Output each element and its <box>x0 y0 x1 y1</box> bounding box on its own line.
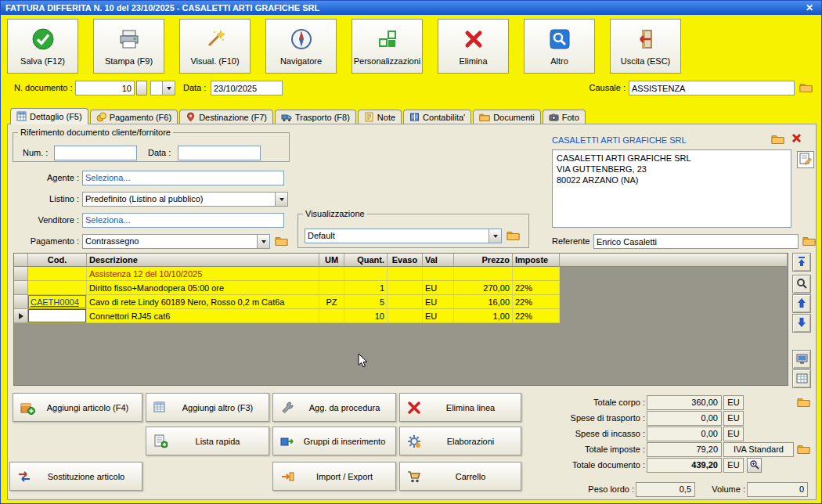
data-input[interactable] <box>211 81 283 95</box>
elaborazioni-button[interactable]: Elaborazioni <box>399 427 521 455</box>
cell-imposte[interactable]: 22% <box>513 309 560 323</box>
chevron-down-icon[interactable] <box>275 193 287 206</box>
row-selector[interactable] <box>14 267 28 281</box>
table-row[interactable]: CAETH0004 Cavo di rete Lindy 60189 Nero,… <box>14 295 788 309</box>
uscita-button[interactable]: Uscita (ESC) <box>610 19 681 74</box>
corpo-folder-icon[interactable] <box>797 397 810 407</box>
customer-name-link[interactable]: CASALETTI ARTI GRAFICHE SRL <box>552 135 687 145</box>
document-type-combo[interactable] <box>150 81 175 95</box>
cell-prezzo[interactable]: 1,00 <box>454 309 513 323</box>
tab-trasporto[interactable]: Trasporto (F8) <box>275 110 356 124</box>
stampa-button[interactable]: Stampa (F9) <box>93 19 164 74</box>
n-documento-ellipsis-button[interactable] <box>136 81 147 95</box>
cell-quant[interactable]: 5 <box>344 295 388 309</box>
salva-button[interactable]: Salva (F12) <box>7 19 78 74</box>
referente-input[interactable] <box>593 234 799 249</box>
search-line-button[interactable] <box>792 275 811 293</box>
customer-remove-icon[interactable] <box>791 132 802 144</box>
row-selector[interactable] <box>14 281 28 295</box>
cell-prezzo[interactable]: 16,00 <box>454 295 513 309</box>
row-selector-active[interactable] <box>14 309 28 323</box>
cell-val[interactable]: EU <box>423 281 454 295</box>
cell-val[interactable] <box>423 267 454 281</box>
tab-contabilita[interactable]: Contabilita' <box>403 110 471 124</box>
cell-um[interactable] <box>319 309 344 323</box>
cell-prezzo[interactable]: 270,00 <box>454 281 513 295</box>
cell-quant[interactable] <box>344 267 388 281</box>
scroll-top-button[interactable] <box>792 253 811 272</box>
cell-evaso[interactable] <box>388 281 423 295</box>
totale-imposte-value[interactable]: 79,20 <box>647 442 722 457</box>
venditore-field[interactable]: Seleziona... <box>82 213 284 228</box>
totale-corpo-value[interactable]: 360,00 <box>647 395 722 410</box>
cell-evaso[interactable] <box>388 267 423 281</box>
rif-data-input[interactable] <box>178 146 261 160</box>
grid-view-button[interactable] <box>792 350 811 369</box>
iva-type-box[interactable]: IVA Standard <box>723 442 794 457</box>
cell-evaso[interactable] <box>388 295 423 309</box>
causale-folder-icon[interactable] <box>799 82 813 92</box>
cell-imposte[interactable]: 22% <box>513 281 560 295</box>
grid-settings-button[interactable] <box>792 369 811 388</box>
cell-descrizione[interactable]: Cavo di rete Lindy 60189 Nero, Rosso 0,2… <box>87 295 319 309</box>
tab-documenti[interactable]: Documenti <box>473 110 541 124</box>
causale-input[interactable] <box>629 81 795 95</box>
personalizzazioni-button[interactable]: Personalizzazioni <box>352 19 423 74</box>
spese-trasporto-value[interactable]: 0,00 <box>647 411 722 426</box>
cell-descrizione[interactable]: Connettori RJ45 cat6 <box>87 309 319 323</box>
cell-quant[interactable]: 10 <box>344 309 388 323</box>
agg-da-procedura-button[interactable]: Agg. da procedura <box>272 393 396 422</box>
gruppi-di-inserimento-button[interactable]: Gruppi di inserimento <box>272 427 396 455</box>
tab-note[interactable]: Note <box>358 110 402 124</box>
cell-um[interactable]: PZ <box>319 295 344 309</box>
tab-destinazione[interactable]: Destinazione (F7) <box>179 110 273 124</box>
tab-dettaglio[interactable]: Dettaglio (F5) <box>10 108 88 124</box>
listino-combo[interactable]: Predefinito (Listino al pubblico) <box>82 192 288 207</box>
carrello-button[interactable]: Carrello <box>399 462 521 491</box>
lista-rapida-button[interactable]: Lista rapida <box>146 427 269 455</box>
aggiungi-altro-button[interactable]: Aggiungi altro (F3) <box>146 393 269 422</box>
cell-cod[interactable] <box>28 281 87 295</box>
cell-descrizione[interactable]: Assistenza 12 del 10/10/2025 <box>87 267 319 281</box>
article-code-link[interactable]: CAETH0004 <box>31 297 79 307</box>
cell-imposte[interactable]: 22% <box>513 295 560 309</box>
tab-foto[interactable]: Foto <box>543 110 586 124</box>
cell-descrizione[interactable]: Diritto fisso+Manodopera 05:00 ore <box>87 281 319 295</box>
chevron-down-icon[interactable] <box>162 81 175 95</box>
visualizzazione-folder-icon[interactable] <box>507 230 520 240</box>
customer-folder-icon[interactable] <box>771 134 784 144</box>
spese-incasso-value[interactable]: 0,00 <box>647 427 722 441</box>
referente-folder-icon[interactable] <box>802 236 816 246</box>
cell-prezzo[interactable] <box>454 267 513 281</box>
cell-cod[interactable] <box>28 267 87 281</box>
table-row[interactable]: Assistenza 12 del 10/10/2025 <box>14 267 788 281</box>
edit-address-button[interactable] <box>797 151 814 168</box>
peso-lordo-value[interactable]: 0,5 <box>636 482 695 497</box>
table-row[interactable]: Connettori RJ45 cat6 10 EU 1,00 22% <box>14 309 788 323</box>
cell-val[interactable]: EU <box>423 295 454 309</box>
chevron-down-icon[interactable] <box>257 235 269 248</box>
pagamento-folder-icon[interactable] <box>275 236 288 246</box>
pagamento-combo[interactable]: Contrassegno <box>82 234 270 249</box>
navigatore-button[interactable]: Navigatore <box>265 19 337 74</box>
aggiungi-articolo-button[interactable]: Aggiungi articolo (F4) <box>13 393 142 422</box>
import-export-button[interactable]: Import / Export <box>272 462 396 491</box>
cell-cod-active[interactable] <box>28 309 87 323</box>
cell-um[interactable] <box>319 267 344 281</box>
table-row[interactable]: Diritto fisso+Manodopera 05:00 ore 1 EU … <box>14 281 788 295</box>
volume-value[interactable]: 0 <box>747 482 808 497</box>
imposte-folder-icon[interactable] <box>797 444 810 454</box>
cell-cod[interactable]: CAETH0004 <box>28 295 87 309</box>
chevron-down-icon[interactable] <box>489 229 501 243</box>
row-selector[interactable] <box>14 295 28 309</box>
rif-num-input[interactable] <box>54 146 137 160</box>
cell-val[interactable]: EU <box>423 309 454 323</box>
visualizzazione-combo[interactable]: Default <box>305 229 502 243</box>
elimina-button[interactable]: Elimina <box>438 19 509 74</box>
cell-evaso[interactable] <box>388 309 423 323</box>
move-line-down-button[interactable] <box>792 314 811 333</box>
tab-pagamento[interactable]: Pagamento (F6) <box>90 110 178 124</box>
altro-button[interactable]: Altro <box>524 19 595 74</box>
cell-um[interactable] <box>319 281 344 295</box>
documento-zoom-button[interactable] <box>747 458 762 473</box>
